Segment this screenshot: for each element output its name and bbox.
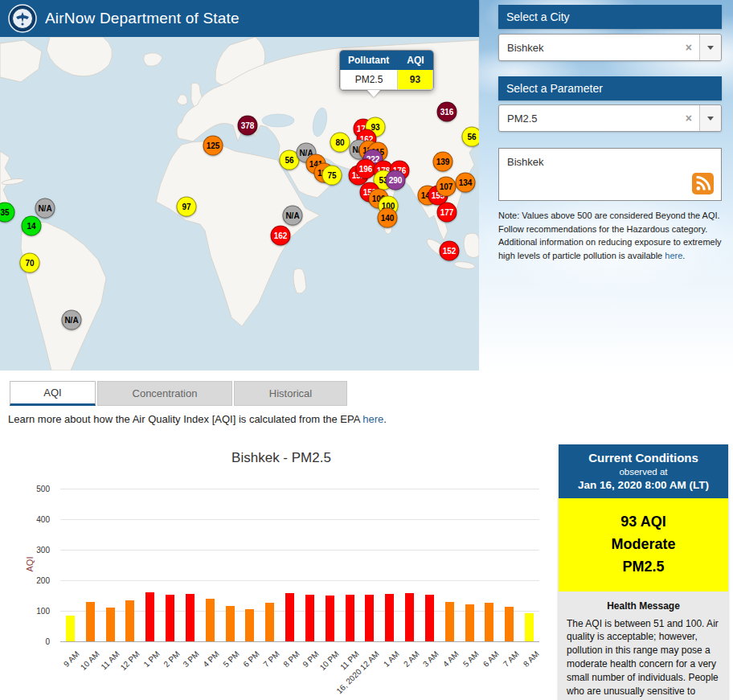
chart-gridline: [60, 489, 539, 489]
aqi-marker[interactable]: 75: [322, 166, 342, 186]
aqi-bar[interactable]: [445, 602, 454, 641]
tooltip-pointer-icon: [367, 90, 380, 97]
tab-concentration[interactable]: Concentration: [97, 381, 232, 406]
health-message-header: Health Message: [567, 600, 720, 612]
aqi-bar[interactable]: [226, 606, 235, 641]
chart-x-labels: 9 AM10 AM11 AM12 PM1 PM2 PM3 PM4 PM5 PM6…: [60, 645, 543, 700]
tooltip-pollutant-header: Pollutant: [340, 51, 398, 70]
chart-gridline: [60, 550, 539, 551]
city-dropdown-caret-icon[interactable]: [699, 35, 721, 60]
world-map[interactable]: 378125316568056N/A1411157517293162N/A111…: [0, 37, 479, 370]
city-clear-icon[interactable]: ×: [678, 41, 699, 54]
aqi-marker[interactable]: 107: [436, 177, 457, 197]
tooltip-value-row: PM2.5 93: [340, 70, 433, 90]
aqi-bar[interactable]: [365, 595, 374, 641]
current-aqi-value: 93 AQI: [562, 511, 725, 534]
aqi-marker[interactable]: 35: [0, 203, 15, 223]
note-here-link[interactable]: here: [665, 251, 682, 260]
city-select-value: Bishkek: [499, 42, 678, 54]
note-text: Note: Values above 500 are considered Be…: [498, 211, 722, 260]
aqi-marker[interactable]: 80: [330, 133, 350, 153]
aqi-bar[interactable]: [405, 593, 414, 641]
department-of-state-seal-icon: [8, 4, 37, 33]
aqi-bar[interactable]: [206, 599, 215, 641]
learn-more-text: Learn more about how the Air Quality Ind…: [8, 413, 387, 425]
aqi-bar[interactable]: [346, 595, 354, 641]
aqi-bar[interactable]: [106, 608, 115, 641]
aqi-bar[interactable]: [265, 603, 274, 641]
aqi-marker[interactable]: 152: [440, 241, 460, 261]
aqi-marker[interactable]: 290: [386, 170, 406, 190]
current-conditions-header: Current Conditions observed at Jan 16, 2…: [559, 444, 728, 498]
y-axis-tick-label: 400: [18, 515, 50, 524]
current-aqi-parameter: PM2.5: [562, 556, 725, 579]
note-suffix: .: [682, 251, 685, 260]
aqi-bar[interactable]: [305, 595, 314, 641]
aqi-bar[interactable]: [166, 595, 174, 641]
parameter-select[interactable]: PM2.5 ×: [498, 104, 722, 132]
aqi-marker[interactable]: 70: [20, 253, 40, 273]
aqi-marker[interactable]: N/A: [35, 199, 55, 219]
chart-y-ticks: 0100200300400500: [8, 489, 55, 646]
aqi-marker[interactable]: 56: [462, 127, 480, 147]
aqi-bar[interactable]: [425, 595, 434, 641]
aqi-marker[interactable]: 14: [22, 216, 42, 236]
aqi-bar[interactable]: [125, 600, 134, 641]
chart-gridline: [60, 519, 539, 520]
aqi-bar[interactable]: [485, 603, 493, 641]
tab-aqi[interactable]: AQI: [10, 381, 96, 406]
tooltip-aqi-header: AQI: [398, 51, 433, 70]
chart-title: Bishkek - PM2.5: [8, 450, 555, 466]
aqi-marker[interactable]: 316: [437, 102, 457, 122]
y-axis-tick-label: 0: [18, 637, 50, 646]
tooltip-aqi-value: 93: [398, 70, 433, 90]
aqi-marker[interactable]: N/A: [283, 206, 303, 226]
current-aqi-category: Moderate: [562, 534, 725, 556]
city-panel-header: Select a City: [498, 5, 722, 29]
rss-feed-icon[interactable]: [692, 173, 714, 194]
tab-bar: AQI Concentration Historical: [10, 381, 347, 406]
parameter-dropdown-caret-icon[interactable]: [699, 105, 721, 131]
aqi-bar[interactable]: [505, 607, 514, 641]
y-axis-tick-label: 500: [18, 485, 50, 493]
health-message-box: Health Message The AQI is between 51 and…: [559, 592, 728, 700]
current-conditions-title: Current Conditions: [562, 451, 725, 465]
aqi-bar[interactable]: [245, 609, 254, 641]
aqi-bar[interactable]: [285, 593, 294, 641]
tab-historical[interactable]: Historical: [234, 381, 347, 406]
tooltip-header-row: Pollutant AQI: [340, 51, 433, 70]
page: AirNow Department of State: [0, 0, 733, 700]
aqi-bar[interactable]: [326, 596, 334, 641]
aqi-marker[interactable]: 162: [271, 226, 291, 246]
aqi-marker[interactable]: 177: [437, 203, 457, 223]
city-select[interactable]: Bishkek ×: [498, 34, 722, 61]
chart-gridline: [60, 580, 539, 581]
aqi-bar[interactable]: [186, 594, 195, 641]
aqi-marker[interactable]: N/A: [62, 310, 82, 330]
aqi-bar-chart: Bishkek - PM2.5 AQI 0100200300400500 9 A…: [8, 439, 555, 700]
feed-city-label: Bishkek: [507, 156, 544, 168]
current-conditions-panel: Current Conditions observed at Jan 16, 2…: [559, 444, 728, 700]
aqi-marker[interactable]: 378: [238, 116, 258, 136]
aqi-marker[interactable]: 139: [433, 152, 453, 172]
aqi-marker[interactable]: 97: [177, 197, 197, 217]
observed-at-label: observed at: [562, 467, 725, 477]
parameter-panel-header: Select a Parameter: [498, 76, 722, 100]
map-tooltip: Pollutant AQI PM2.5 93: [339, 50, 434, 91]
y-axis-tick-label: 200: [18, 576, 50, 585]
city-panel-label: Select a City: [506, 10, 570, 23]
aqi-marker[interactable]: 125: [203, 136, 223, 156]
aqi-bar[interactable]: [66, 616, 75, 641]
learn-more-suffix: .: [383, 413, 387, 425]
aqi-bar[interactable]: [385, 594, 394, 641]
aqi-bar[interactable]: [465, 604, 474, 641]
epa-here-link[interactable]: here: [362, 413, 383, 425]
aqi-marker[interactable]: 134: [456, 173, 476, 193]
parameter-clear-icon[interactable]: ×: [678, 112, 699, 125]
aqi-bar[interactable]: [525, 613, 534, 641]
aqi-marker[interactable]: 140: [378, 208, 398, 228]
parameter-panel-label: Select a Parameter: [506, 82, 603, 95]
health-message-text: The AQI is between 51 and 100. Air quali…: [567, 617, 720, 698]
aqi-bar[interactable]: [86, 602, 95, 641]
aqi-bar[interactable]: [145, 592, 154, 641]
